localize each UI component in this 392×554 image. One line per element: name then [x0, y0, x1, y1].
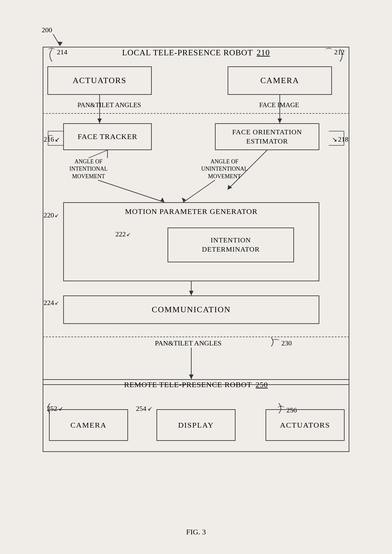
- page: ⌐ 200 LOCAL TELE-PRESENCE ROBOT 210 ⌒ 21…: [0, 0, 392, 554]
- fig-label: FIG. 3: [0, 528, 392, 536]
- communication-box: COMMUNICATION: [63, 295, 319, 324]
- label-218: ↘ 218: [332, 135, 348, 143]
- remote-robot-title-text: REMOTE TELE-PRESENCE ROBOT: [124, 380, 252, 389]
- label-220: 220 ↙: [44, 211, 59, 219]
- local-robot-title-num: 210: [257, 48, 270, 58]
- ref-200: 200: [42, 26, 52, 34]
- actuators-bottom-box: ACTUATORS: [266, 409, 345, 441]
- actuators-box: ACTUATORS: [47, 66, 152, 95]
- display-box: DISPLAY: [156, 409, 236, 441]
- angle-intent-text: ANGLE OF INTENTIONAL MOVEMENT: [63, 158, 114, 180]
- dashed-separator-top: [43, 113, 349, 114]
- face-image-text: FACE IMAGE: [259, 101, 299, 109]
- camera-top-label: CAMERA: [260, 76, 299, 85]
- camera-bottom-label: CAMERA: [70, 421, 107, 429]
- actuators-label: ACTUATORS: [73, 76, 127, 85]
- communication-label: COMMUNICATION: [152, 305, 231, 314]
- dashed-separator-bottom: [43, 337, 349, 337]
- pan-tilet-top: PAN&TILET ANGLES: [77, 101, 141, 109]
- label-254: 254 ↙: [136, 405, 152, 413]
- label-214: ⌒ 214: [47, 48, 67, 56]
- svg-line-0: [53, 34, 60, 46]
- display-label: DISPLAY: [178, 421, 214, 429]
- label-230: ⌒ 230: [272, 339, 292, 347]
- face-tracker-label: FACE TRACKER: [77, 132, 137, 141]
- label-216: 216 ↙: [44, 135, 60, 143]
- label-212: ⌒ 212: [325, 48, 345, 56]
- local-robot-title: LOCAL TELE-PRESENCE ROBOT 210: [43, 48, 349, 58]
- remote-robot-title: REMOTE TELE-PRESENCE ROBOT 250: [43, 380, 349, 389]
- label-224: 224 ↙: [44, 299, 59, 307]
- svg-marker-1: [58, 42, 63, 46]
- face-orient-label: FACE ORIENTATION ESTIMATOR: [232, 128, 302, 146]
- motion-param-label: MOTION PARAMETER GENERATOR: [125, 207, 257, 216]
- remote-robot-title-num: 250: [256, 380, 268, 389]
- face-tracker-box: FACE TRACKER: [63, 123, 152, 150]
- angle-unintent-text: ANGLE OF UNINTENTIONAL MOVEMENT: [193, 158, 256, 180]
- local-robot-title-text: LOCAL TELE-PRESENCE ROBOT: [122, 48, 253, 58]
- camera-bottom-box: CAMERA: [49, 409, 128, 441]
- label-222: 222 ↙: [115, 230, 131, 238]
- intention-box: INTENTION DETERMINATOR: [168, 228, 294, 262]
- camera-top-box: CAMERA: [228, 66, 332, 95]
- actuators-bottom-label: ACTUATORS: [280, 421, 330, 429]
- face-orient-box: FACE ORIENTATION ESTIMATOR: [215, 123, 319, 150]
- pan-tilet-bottom: PAN&TILET ANGLES: [155, 339, 222, 347]
- intention-label: INTENTION DETERMINATOR: [202, 236, 260, 254]
